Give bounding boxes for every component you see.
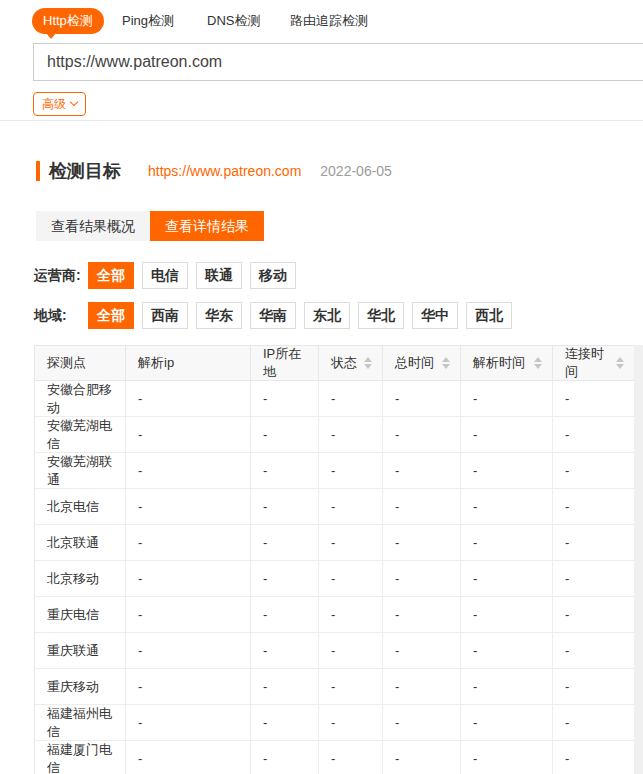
value-cell-3: - [319,705,383,740]
value-cell-4: - [383,633,461,668]
sort-up-icon [364,357,372,362]
value-cell-4: - [383,417,461,452]
column-label-3: IP所在地 [263,345,308,381]
probe-name-cell: 安徽芜湖联通 [35,453,126,488]
sort-up-icon [534,357,542,362]
value-cell-2: - [251,741,319,774]
value-cell-6: - [553,705,634,740]
filter-label-2: 地域: [34,302,67,329]
filter-button-1-3[interactable]: 联通 [196,262,242,289]
value-cell-2: - [251,633,319,668]
table-row: 福建厦门电信------ [35,741,634,774]
value-cell-4: - [383,381,461,416]
table-row: 北京联通------ [35,525,634,561]
filters: 运营商:全部电信联通移动地域:全部西南华东华南东北华北华中西北 [34,262,614,342]
tab-result-detail[interactable]: 查看详情结果 [150,211,264,241]
value-cell-1: - [126,633,251,668]
filter-button-1-1[interactable]: 全部 [88,262,134,289]
column-label-7: 连接时间 [565,345,616,381]
value-cell-1: - [126,741,251,774]
sort-icon[interactable] [534,357,542,369]
table-row: 安徽芜湖联通------ [35,453,634,489]
value-cell-4: - [383,561,461,596]
column-header-5[interactable]: 总时间 [383,346,461,380]
value-cell-3: - [319,525,383,560]
value-cell-1: - [126,381,251,416]
value-cell-3: - [319,417,383,452]
value-cell-1: - [126,669,251,704]
value-cell-6: - [553,669,634,704]
filter-button-2-4[interactable]: 华南 [250,302,296,329]
column-label-5: 总时间 [395,354,434,372]
filter-button-2-7[interactable]: 华中 [412,302,458,329]
filter-button-1-4[interactable]: 移动 [250,262,296,289]
filter-button-2-5[interactable]: 东北 [304,302,350,329]
value-cell-2: - [251,453,319,488]
sort-icon[interactable] [442,357,450,369]
page-title: 检测目标 [49,159,121,183]
url-input[interactable] [33,43,643,81]
value-cell-5: - [461,669,553,704]
value-cell-6: - [553,561,634,596]
column-header-6[interactable]: 解析时间 [461,346,553,380]
probe-name-cell: 福建厦门电信 [35,741,126,774]
value-cell-1: - [126,705,251,740]
value-cell-3: - [319,669,383,704]
nav-tab-4[interactable]: 路由追踪检测 [290,8,368,34]
filter-button-1-2[interactable]: 电信 [142,262,188,289]
column-header-4[interactable]: 状态 [319,346,383,380]
column-label-6: 解析时间 [473,354,525,372]
column-header-1: 探测点 [35,346,126,380]
value-cell-1: - [126,453,251,488]
probe-name-cell: 北京电信 [35,489,126,524]
table-body: 安徽合肥移动------安徽芜湖电信------安徽芜湖联通------北京电信… [35,381,634,774]
result-table: 探测点解析ipIP所在地状态总时间解析时间连接时间 安徽合肥移动------安徽… [34,345,635,774]
value-cell-4: - [383,489,461,524]
value-cell-3: - [319,633,383,668]
value-cell-5: - [461,489,553,524]
value-cell-1: - [126,417,251,452]
table-scrollbar[interactable] [634,345,643,774]
probe-name-cell: 北京联通 [35,525,126,560]
filter-button-2-1[interactable]: 全部 [88,302,134,329]
value-cell-6: - [553,453,634,488]
tab-pointer-icon [46,33,56,39]
filter-button-2-2[interactable]: 西南 [142,302,188,329]
nav-tab-1[interactable]: Http检测 [32,8,104,34]
tab-result-overview[interactable]: 查看结果概况 [36,211,150,241]
filter-button-2-6[interactable]: 华北 [358,302,404,329]
sort-up-icon [442,357,450,362]
advanced-button[interactable]: 高级 [33,92,86,116]
column-label-1: 探测点 [47,354,86,372]
sort-icon[interactable] [364,357,372,369]
probe-name-cell: 福建福州电信 [35,705,126,740]
column-header-7[interactable]: 连接时间 [553,346,634,380]
value-cell-2: - [251,561,319,596]
filter-button-2-8[interactable]: 西北 [466,302,512,329]
column-label-4: 状态 [331,354,357,372]
probe-name-cell: 重庆联通 [35,633,126,668]
value-cell-1: - [126,525,251,560]
value-cell-6: - [553,741,634,774]
probe-name-cell: 安徽芜湖电信 [35,417,126,452]
table-row: 福建福州电信------ [35,705,634,741]
value-cell-4: - [383,453,461,488]
table-row: 北京移动------ [35,561,634,597]
target-url-link[interactable]: https://www.patreon.com [148,163,301,179]
nav-tab-3[interactable]: DNS检测 [207,8,260,34]
probe-name-cell: 北京移动 [35,561,126,596]
table-row: 重庆移动------ [35,669,634,705]
value-cell-3: - [319,453,383,488]
filter-button-2-3[interactable]: 华东 [196,302,242,329]
sort-icon[interactable] [616,357,624,369]
value-cell-6: - [553,489,634,524]
nav-tab-2[interactable]: Ping检测 [122,8,174,34]
value-cell-4: - [383,597,461,632]
table-row: 安徽合肥移动------ [35,381,634,417]
value-cell-5: - [461,525,553,560]
probe-name-cell: 重庆电信 [35,597,126,632]
nav-tabs: Http检测Ping检测DNS检测路由追踪检测 [0,8,643,34]
value-cell-4: - [383,741,461,774]
table-row: 安徽芜湖电信------ [35,417,634,453]
column-label-2: 解析ip [138,354,174,372]
